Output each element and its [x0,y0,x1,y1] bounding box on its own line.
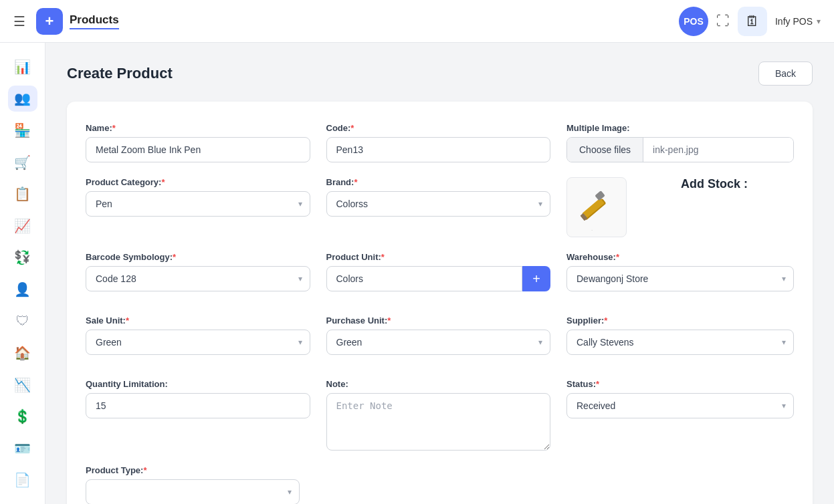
back-button[interactable]: Back [758,61,813,86]
status-select-wrapper: Received ▾ [566,393,794,418]
product-type-select[interactable] [86,479,300,504]
brand-icon[interactable]: + [36,8,63,35]
svg-rect-3 [595,191,605,201]
name-label: Name:* [86,123,310,133]
svg-marker-2 [588,229,596,231]
form-card: Name:* Code:* Multiple Image: Choose fil… [67,102,813,504]
product-unit-input-wrapper: + [326,266,551,291]
user-name: Infy POS [775,16,813,27]
sidebar-item-reports[interactable]: 📋 [8,180,37,207]
product-type-group: Product Type:* ▾ [86,465,300,504]
pos-button[interactable]: POS [679,7,708,36]
status-label: Status:* [566,379,794,389]
supplier-group: Supplier:* Cally Stevens ▾ [566,316,794,364]
brand-title: Products [70,13,119,29]
note-group: Note: [326,379,551,451]
multiple-image-label: Multiple Image: [566,123,794,133]
sale-unit-label: Sale Unit:* [86,316,310,326]
code-input[interactable] [326,137,551,162]
product-category-select-wrapper: Pen ▾ [86,191,310,217]
product-unit-add-button[interactable]: + [522,266,550,291]
product-type-row: Product Type:* ▾ [86,465,794,504]
sidebar: 📊 👥 🏪 🛒 📋 📈 💱 👤 🛡 🏠 📉 💲 🪪 📄 [0,43,45,504]
purchase-unit-label: Purchase Unit:* [326,316,551,326]
sidebar-item-id[interactable]: 🪪 [8,435,37,462]
quantity-limitation-input[interactable] [86,393,310,418]
barcode-group: Barcode Symbology:* Code 128 ▾ [86,252,310,291]
sidebar-item-shield[interactable]: 🛡 [8,308,37,335]
page-header: Create Product Back [67,61,813,86]
sidebar-item-dashboard[interactable]: 📊 [8,53,37,80]
multiple-image-section: Multiple Image: Choose files ink-pen.jpg [566,123,794,162]
sidebar-item-dollar[interactable]: 💲 [8,403,37,430]
main-content: Create Product Back Name:* Code:* [45,43,834,504]
brand-label: Brand:* [326,177,551,187]
sidebar-item-chart[interactable]: 📉 [8,372,37,398]
sidebar-item-cart[interactable]: 🛒 [8,149,37,176]
brand-select-wrapper: Colorss ▾ [326,191,551,217]
supplier-select[interactable]: Cally Stevens [566,330,794,355]
warehouse-label: Warehouse:* [566,252,794,262]
preview-and-stock: Add Stock : [566,177,794,237]
warehouse-select[interactable]: Dewangonj Store [566,266,794,291]
code-label: Code:* [326,123,551,133]
page-title: Create Product [67,65,173,82]
status-group: Status:* Received ▾ [566,379,794,428]
product-category-group: Product Category:* Pen ▾ [86,177,310,217]
expand-icon[interactable]: ⛶ [716,13,730,29]
quantity-limitation-label: Quantity Limitation: [86,379,310,389]
topbar: ☰ + Products POS ⛶ 🗓 Infy POS ▾ [0,0,834,43]
note-textarea[interactable] [326,393,551,451]
right-panel: Multiple Image: Choose files ink-pen.jpg [566,123,794,162]
product-type-label: Product Type:* [86,465,300,475]
sidebar-item-home[interactable]: 🏠 [8,340,37,366]
topbar-right: POS ⛶ 🗓 Infy POS ▾ [679,7,821,36]
product-unit-group: Product Unit:* + [326,252,551,291]
add-stock-title: Add Stock : [635,177,794,191]
status-select[interactable]: Received [566,393,794,418]
user-chevron-icon: ▾ [817,17,821,26]
user-menu[interactable]: Infy POS ▾ [775,16,821,27]
file-upload-row: Choose files ink-pen.jpg [566,137,794,162]
supplier-label: Supplier:* [566,316,794,326]
supplier-select-wrapper: Cally Stevens ▾ [566,330,794,355]
purchase-unit-select-wrapper: Green ▾ [326,330,551,355]
app-grid-icon[interactable]: 🗓 [738,7,767,36]
sale-unit-group: Sale Unit:* Green ▾ [86,316,310,355]
barcode-select-wrapper: Code 128 ▾ [86,266,310,291]
warehouse-group: Warehouse:* Dewangonj Store ▾ [566,252,794,301]
sidebar-item-users[interactable]: 👥 [8,86,37,112]
sidebar-item-document[interactable]: 📄 [8,467,37,494]
note-label: Note: [326,379,551,389]
code-group: Code:* [326,123,551,162]
barcode-label: Barcode Symbology:* [86,252,310,262]
barcode-select[interactable]: Code 128 [86,266,310,291]
brand-group: Brand:* Colorss ▾ [326,177,551,217]
file-name: ink-pen.jpg [643,138,793,162]
purchase-unit-select[interactable]: Green [326,330,551,355]
sidebar-item-exchange[interactable]: 💱 [8,244,37,271]
product-unit-label: Product Unit:* [326,252,551,262]
quantity-limitation-group: Quantity Limitation: [86,379,310,418]
sidebar-item-analytics[interactable]: 📈 [8,213,37,239]
brand-select[interactable]: Colorss [326,191,551,217]
product-category-select[interactable]: Pen [86,191,310,217]
warehouse-select-wrapper: Dewangonj Store ▾ [566,266,794,291]
sidebar-item-store[interactable]: 🏪 [8,117,37,144]
sidebar-item-person[interactable]: 👤 [8,276,37,303]
product-type-select-wrapper: ▾ [86,479,300,504]
product-image-preview [566,177,627,237]
name-group: Name:* [86,123,310,162]
hamburger-icon[interactable]: ☰ [13,13,25,29]
product-unit-input[interactable] [326,266,523,291]
product-category-label: Product Category:* [86,177,310,187]
sale-unit-select-wrapper: Green ▾ [86,330,310,355]
sale-unit-select[interactable]: Green [86,330,310,355]
choose-files-button[interactable]: Choose files [567,138,643,162]
purchase-unit-group: Purchase Unit:* Green ▾ [326,316,551,355]
name-input[interactable] [86,137,310,162]
pen-image-icon [573,184,620,231]
